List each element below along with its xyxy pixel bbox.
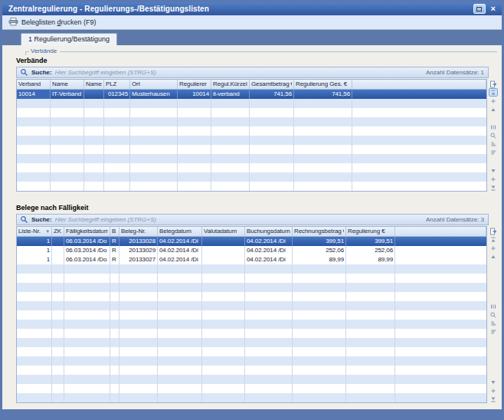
empty-row[interactable] [17, 126, 486, 136]
column-header[interactable]: ZK [52, 227, 64, 236]
cell-regulierer: 10014 [178, 90, 211, 99]
empty-row[interactable] [17, 99, 486, 108]
empty-row[interactable] [17, 182, 486, 191]
cell-buchungsdatum: 04.02.2014 /Di [245, 255, 293, 264]
nav-first-icon[interactable] [489, 88, 498, 97]
cell-b: R [110, 246, 119, 255]
tab-regulierung-bestaetigung[interactable]: 1 Regulierung/Bestätigung [21, 33, 117, 45]
export-icon[interactable] [489, 227, 498, 235]
record-count: Anzahl Datensätze: 1 [426, 69, 484, 76]
column-header[interactable]: Regulierung Ges. € [294, 80, 352, 89]
column-header[interactable]: Fälligkeitsdatum [64, 227, 110, 236]
grid-side-toolbar [487, 226, 499, 403]
search-input[interactable] [55, 68, 423, 77]
column-header[interactable]: Regulierung € [346, 227, 395, 236]
append-row-icon[interactable] [489, 386, 498, 395]
empty-row[interactable] [17, 393, 486, 402]
beleg-row[interactable]: 1 06.03.2014 /Do R 20133029 04.02.2014 /… [17, 246, 486, 255]
cell-belegdatum: 04.02.2014 /Di [158, 246, 202, 255]
empty-row[interactable] [17, 320, 486, 329]
empty-row[interactable] [17, 384, 486, 393]
nav-previous-icon[interactable] [489, 105, 498, 113]
sort-ascending-icon[interactable] [489, 320, 498, 328]
empty-row[interactable] [17, 292, 486, 301]
insert-row-icon[interactable] [489, 97, 498, 105]
empty-row[interactable] [17, 117, 486, 126]
empty-row[interactable] [17, 145, 486, 154]
empty-row[interactable] [17, 375, 486, 384]
verbaende-tablezone: Verband Name Name 2 PLZ Ort Regulierer R… [16, 79, 499, 192]
column-header[interactable]: Regul.Kürzel [211, 80, 250, 89]
column-header[interactable]: Regulierer [178, 80, 211, 89]
cell-valutadatum [202, 255, 245, 264]
empty-row[interactable] [17, 356, 486, 366]
empty-row[interactable] [17, 347, 486, 356]
verbaende-heading: Verbände [16, 57, 499, 64]
restore-button[interactable] [473, 4, 486, 14]
tab-strip: 1 Regulierung/Bestätigung [2, 30, 502, 45]
column-header[interactable]: PLZ [104, 80, 130, 89]
column-header[interactable]: Valutadatum [202, 227, 245, 236]
sort-descending-icon[interactable] [489, 328, 498, 336]
column-header-filler [395, 227, 486, 236]
nav-last-icon[interactable] [489, 395, 498, 403]
empty-row[interactable] [17, 264, 486, 274]
sort-indicator-icon: ▼ [45, 229, 50, 234]
nav-next-icon[interactable] [489, 166, 498, 175]
empty-row[interactable] [17, 283, 486, 292]
search-input[interactable] [55, 215, 423, 225]
belege-tablezone: Liste-Nr.▼ ZK Fälligkeitsdatum B Beleg-N… [16, 226, 499, 403]
record-count: Anzahl Datensätze: 3 [426, 216, 484, 223]
empty-row[interactable] [17, 163, 486, 172]
column-header[interactable]: Belegdatum [158, 227, 202, 236]
nav-previous-icon[interactable] [489, 252, 498, 261]
empty-row[interactable] [17, 154, 486, 163]
insert-row-icon[interactable] [489, 244, 498, 252]
column-header[interactable]: Name 2 [84, 80, 104, 89]
empty-row[interactable] [17, 172, 486, 182]
printer-icon [8, 18, 18, 28]
column-header[interactable]: Gesamtbetrag € [250, 80, 294, 89]
beleg-row[interactable]: 1 06.03.2014 /Do R 20133027 04.02.2014 /… [17, 255, 486, 264]
column-header[interactable]: Verband [17, 80, 51, 89]
groupbox-border-line [60, 51, 497, 52]
sort-descending-icon[interactable] [489, 149, 498, 157]
column-header-sorted[interactable]: Liste-Nr.▼ [17, 227, 52, 236]
nav-last-icon[interactable] [489, 183, 498, 192]
column-header[interactable]: Beleg-Nr. [119, 227, 158, 236]
table-verbaende: Verband Name Name 2 PLZ Ort Regulierer R… [16, 79, 487, 192]
print-beleglisten-button[interactable]: Beleglisten drucken (F9) [5, 16, 102, 29]
empty-row[interactable] [17, 136, 486, 145]
empty-row[interactable] [17, 338, 486, 347]
empty-row[interactable] [17, 108, 486, 117]
nav-next-icon[interactable] [489, 378, 498, 386]
search-icon [20, 213, 28, 227]
empty-row[interactable] [17, 329, 486, 338]
empty-row[interactable] [17, 366, 486, 375]
nav-first-icon[interactable] [489, 235, 498, 244]
column-options-icon[interactable] [489, 123, 498, 132]
verband-row-selected[interactable]: 10014 IT-Verband 012345 Musterhausen 100… [17, 90, 486, 99]
cell-beleg-nr: 20133027 [119, 255, 158, 264]
empty-row[interactable] [17, 310, 486, 320]
cell-belegdatum: 04.02.2014 /Di [158, 237, 202, 246]
empty-row[interactable] [17, 301, 486, 310]
export-icon[interactable] [489, 80, 498, 88]
column-header[interactable]: Rechnungsbetrag € [293, 227, 346, 236]
cell-regulierung-ges: 741,56 [294, 90, 352, 99]
beleg-row-selected[interactable]: 1 06.03.2014 /Do R 20133028 04.02.2014 /… [17, 237, 486, 246]
column-header[interactable]: Buchungsdatum [245, 227, 293, 236]
empty-row[interactable] [17, 274, 486, 283]
zoom-search-icon[interactable] [489, 311, 498, 320]
column-header[interactable]: Name [51, 80, 84, 89]
column-header[interactable]: Ort [130, 80, 178, 89]
sort-ascending-icon[interactable] [489, 140, 498, 149]
cell-liste-nr: 1 [17, 255, 52, 264]
cell-faelligkeitsdatum: 06.03.2014 /Do [64, 255, 110, 264]
append-row-icon[interactable] [489, 175, 498, 183]
close-button[interactable]: × [489, 4, 497, 14]
column-header[interactable]: B [110, 227, 119, 236]
cell-rechnungsbetrag: 252,06 [293, 246, 346, 255]
zoom-search-icon[interactable] [489, 132, 498, 140]
column-options-icon[interactable] [489, 303, 498, 311]
